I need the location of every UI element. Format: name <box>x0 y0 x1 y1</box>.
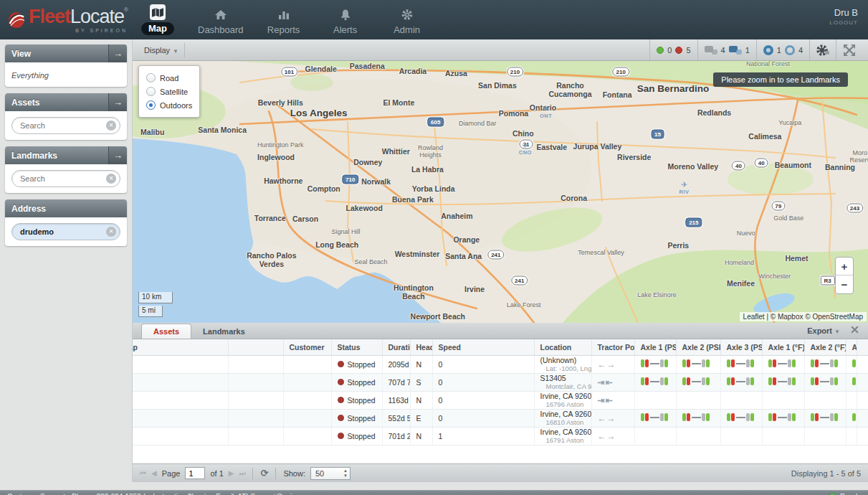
axle-cell <box>804 427 846 445</box>
map-toolbar: Display▼ 0 5 4 1 1 <box>133 39 868 61</box>
blue-bubbles-icon[interactable] <box>729 45 742 55</box>
map-canvas[interactable]: GlendalePasadenaArcadiaAzusaSan DimasRan… <box>133 61 868 323</box>
axle-tires-icon <box>682 359 710 367</box>
zoom-landmarks-tooltip: Please zoom in to see Landmarks <box>713 72 848 87</box>
map-attribution[interactable]: Leaflet | © Mapbox © OpenStreetMap <box>740 312 867 321</box>
column-header[interactable]: Axle 2 (°F) <box>804 339 846 355</box>
view-panel-arrow-button[interactable]: → <box>108 44 127 62</box>
nav-item-label: Dashboard <box>198 24 244 35</box>
layer-option-road[interactable]: Road <box>146 71 192 85</box>
open-circle-icon[interactable] <box>785 45 795 55</box>
filled-circle-icon[interactable] <box>763 45 773 55</box>
assets-panel-arrow-button[interactable]: → <box>108 93 127 111</box>
speed-cell: 1 <box>432 427 534 445</box>
axle-cell <box>676 373 720 391</box>
nav-item-reports[interactable]: Reports <box>262 6 305 35</box>
map-settings-button[interactable] <box>809 39 836 60</box>
assets-search-clear-icon[interactable]: ✕ <box>106 121 116 131</box>
duration-cell: 552d 5h 47m <box>382 409 410 427</box>
axle-cell <box>762 355 804 373</box>
nav-item-map[interactable]: Map <box>136 4 179 35</box>
display-dropdown-button[interactable]: Display▼ <box>138 43 185 57</box>
tractor-power-inward-icon: ⇥⇤ <box>598 395 614 405</box>
scale-bar-km: 10 km <box>138 292 173 303</box>
column-header[interactable]: Map <box>133 339 228 355</box>
nav-item-dashboard[interactable]: Dashboard <box>198 6 244 35</box>
axle-cell <box>720 391 762 409</box>
column-header[interactable]: Axle 2 (PSI) <box>676 339 720 355</box>
radio-road[interactable] <box>146 73 156 82</box>
axle-tires-icon <box>852 377 857 385</box>
layer-option-outdoors[interactable]: Outdoors <box>146 98 192 112</box>
table-row[interactable]: Stopped701d 2h 51mN1Irvine, CA 926061679… <box>133 427 868 445</box>
heading-cell: S <box>410 373 432 391</box>
export-button[interactable]: Export ▼ <box>801 324 846 338</box>
column-header[interactable]: Heading <box>410 339 432 355</box>
address-input[interactable] <box>11 223 120 240</box>
page-number-input[interactable] <box>185 467 205 479</box>
gray-bubbles-icon[interactable] <box>705 45 717 55</box>
landmarks-panel: Landmarks → ✕ <box>5 146 127 193</box>
table-row[interactable]: Stopped1163d 1h 37mN0Irvine, CA 92606167… <box>133 391 868 409</box>
last-page-button[interactable]: ⏭ <box>239 469 245 478</box>
column-header[interactable]: Axle 3 (PSI) <box>720 339 762 355</box>
axle-cell <box>676 391 720 409</box>
table-row[interactable]: Stopped707d 7h 20mS0S13405Montclair, CA … <box>133 373 868 391</box>
table-row[interactable]: Stopped2095d 4h 0mN0(Unknown)Lat: -1000,… <box>133 355 868 373</box>
column-header[interactable] <box>228 339 283 355</box>
landmarks-search-clear-icon[interactable]: ✕ <box>106 174 116 184</box>
brand-fleet: Fleet <box>29 6 70 27</box>
column-header[interactable]: Tractor Power <box>591 339 634 355</box>
column-header[interactable]: Duration <box>382 339 410 355</box>
moving-assets-icon[interactable] <box>657 47 664 54</box>
collapse-panel-button[interactable] <box>850 324 859 337</box>
refresh-icon[interactable]: ⟳ <box>260 468 268 478</box>
page-size-select[interactable]: 50 ▲▼ <box>310 467 350 480</box>
nav-item-alerts[interactable]: Alerts <box>324 6 367 35</box>
brand-tagline: BY SPIREON <box>29 28 128 33</box>
brand-logo[interactable]: FleetLocate® BY SPIREON <box>0 7 128 33</box>
column-header[interactable]: Customer <box>283 339 331 355</box>
table-row[interactable]: Stopped552d 5h 47mE0Irvine, CA 926061681… <box>133 409 868 427</box>
customer-cell <box>283 409 331 427</box>
user-name: Dru B <box>829 7 858 18</box>
spinner-arrows-icon: ▲▼ <box>343 468 348 478</box>
nav-item-admin[interactable]: Admin <box>386 6 429 35</box>
heading-cell: N <box>410 355 432 373</box>
column-header[interactable]: Location <box>534 339 591 355</box>
duration-cell: 701d 2h 51m <box>382 427 410 445</box>
landmarks-panel-arrow-button[interactable]: → <box>108 146 127 164</box>
zoom-in-button[interactable]: + <box>836 258 853 275</box>
brand-reg: ® <box>124 6 128 13</box>
axle-cell <box>804 355 846 373</box>
view-value[interactable]: Everything <box>11 71 49 80</box>
expand-map-button[interactable] <box>836 39 862 60</box>
address-clear-icon[interactable]: ✕ <box>106 227 116 237</box>
assets-panel: Assets → ✕ <box>5 93 127 140</box>
column-header[interactable]: Status <box>331 339 382 355</box>
column-header[interactable]: Speed <box>432 339 534 355</box>
first-page-button[interactable]: ⏮ <box>140 469 146 478</box>
logout-button[interactable]: LOGOUT <box>829 19 858 26</box>
radio-satellite[interactable] <box>146 87 156 96</box>
tractor-power-cell: ←→ <box>591 427 634 445</box>
sidebar: View → Everything Assets → ✕ Landmarks → <box>0 39 133 482</box>
axle-cell <box>846 409 857 427</box>
tab-assets[interactable]: Assets <box>141 324 191 339</box>
axle-cell <box>634 427 676 445</box>
stopped-assets-icon[interactable] <box>675 47 682 54</box>
prev-page-button[interactable]: ◀ <box>151 469 157 477</box>
tab-landmarks[interactable]: Landmarks <box>191 324 257 339</box>
column-header[interactable]: Axle 3 (°F) <box>846 339 857 355</box>
next-page-button[interactable]: ▶ <box>229 469 234 477</box>
landmarks-search-input[interactable] <box>11 170 120 187</box>
nav-item-label: Reports <box>267 24 300 35</box>
radio-outdoors[interactable] <box>146 100 156 110</box>
layer-option-satellite[interactable]: Satellite <box>146 85 192 98</box>
assets-search-input[interactable] <box>11 117 120 134</box>
axle-cell <box>720 373 762 391</box>
column-header[interactable]: Axle 1 (PSI) <box>634 339 676 355</box>
column-header[interactable]: Axle 1 (°F) <box>762 339 804 355</box>
axle-cell <box>762 373 804 391</box>
zoom-out-button[interactable]: − <box>836 275 853 293</box>
